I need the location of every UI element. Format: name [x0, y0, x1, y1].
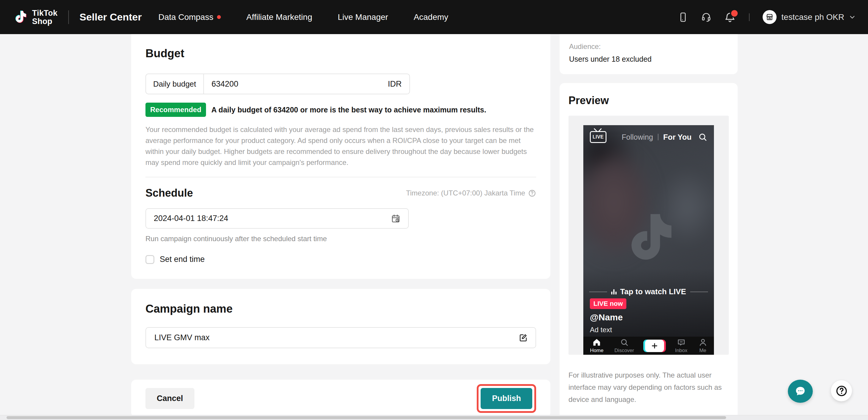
- live-now-badge: LIVE now: [590, 298, 626, 309]
- phone-nav-label: Me: [700, 348, 707, 354]
- tap-to-watch: Tap to watch LIVE: [611, 287, 686, 296]
- recommendation-row: Recommended A daily budget of 634200 or …: [146, 103, 536, 117]
- scrollbar-thumb[interactable]: [6, 416, 726, 419]
- discover-search-icon: [620, 338, 629, 347]
- set-end-time-label: Set end time: [160, 255, 205, 264]
- nav-item-label: Affiliate Marketing: [246, 12, 312, 22]
- profile-icon: [699, 338, 707, 347]
- notification-bell-icon[interactable]: [724, 11, 736, 23]
- horizontal-scrollbar: [0, 415, 868, 420]
- preview-disclaimer: For illustrative purposes only. The actu…: [568, 369, 729, 406]
- calendar-clock-icon: [391, 214, 400, 223]
- nav-item-label: Live Manager: [338, 12, 388, 22]
- schedule-title: Schedule: [146, 187, 193, 199]
- nav-item-live-manager[interactable]: Live Manager: [338, 12, 388, 22]
- phone-preview-container: LIVE Following For You: [568, 116, 729, 355]
- form-actions-bar: Cancel Publish: [131, 380, 550, 417]
- top-navigation-bar: TikTok Shop Seller Center Data Compass A…: [0, 0, 868, 34]
- phone-nav-label: Inbox: [675, 348, 687, 354]
- phone-mockup: LIVE Following For You: [583, 125, 714, 355]
- decor-line: [589, 292, 607, 292]
- budget-currency-label: IDR: [380, 74, 410, 94]
- budget-schedule-card: Budget Daily budget IDR Recommended A da…: [131, 34, 550, 279]
- section-divider: [146, 177, 536, 177]
- set-end-time-row: Set end time: [146, 255, 536, 264]
- timezone-help-icon[interactable]: [528, 189, 536, 197]
- budget-title: Budget: [146, 47, 536, 60]
- budget-amount-input[interactable]: [204, 74, 380, 94]
- tiktok-watermark-icon: [618, 205, 679, 273]
- recommendation-text: A daily budget of 634200 or more is the …: [211, 106, 486, 114]
- tap-to-watch-row: Tap to watch LIVE: [583, 287, 714, 296]
- tap-to-watch-label: Tap to watch LIVE: [620, 287, 686, 296]
- nav-item-affiliate-marketing[interactable]: Affiliate Marketing: [246, 12, 312, 22]
- nav-item-academy[interactable]: Academy: [413, 12, 448, 22]
- phone-nav-discover: Discover: [615, 338, 634, 354]
- phone-nav-inbox: Inbox: [675, 338, 687, 354]
- budget-description: Your recommended budget is calculated wi…: [146, 124, 536, 168]
- ad-username: @Name: [590, 312, 623, 322]
- campaign-form-column: Budget Daily budget IDR Recommended A da…: [131, 34, 550, 417]
- publish-button[interactable]: Publish: [480, 388, 532, 409]
- phone-nav-label: Discover: [615, 348, 634, 354]
- mobile-app-icon[interactable]: [678, 12, 688, 23]
- budget-input-group: Daily budget IDR: [146, 73, 410, 94]
- tiktok-shop-logo[interactable]: TikTok Shop: [12, 9, 58, 26]
- chevron-down-icon: [849, 14, 856, 21]
- chat-bubble-icon: [795, 385, 806, 397]
- budget-type-selector[interactable]: Daily budget: [146, 74, 204, 94]
- campaign-name-card: Campaign name: [131, 289, 550, 364]
- phone-search-icon: [698, 132, 707, 142]
- tab-for-you: For You: [663, 133, 692, 142]
- start-time-value: 2024-04-01 18:47:24: [154, 214, 228, 223]
- brand-text: TikTok Shop: [32, 9, 58, 26]
- notification-dot: [217, 15, 221, 19]
- start-time-picker[interactable]: 2024-04-01 18:47:24: [146, 208, 409, 229]
- recommended-badge: Recommended: [146, 103, 206, 117]
- campaign-name-input[interactable]: [154, 333, 519, 343]
- create-button: [645, 340, 664, 352]
- phone-nav-me: Me: [699, 338, 707, 354]
- audience-card: Audience: Users under 18 excluded: [560, 34, 738, 74]
- account-name: testcase ph OKR: [781, 12, 844, 22]
- support-headset-icon[interactable]: [701, 12, 712, 23]
- timezone-info: Timezone: (UTC+07:00) Jakarta Time: [406, 189, 536, 197]
- schedule-header: Schedule Timezone: (UTC+07:00) Jakarta T…: [146, 187, 536, 199]
- phone-bottom-nav: Home Discover: [583, 337, 714, 355]
- cancel-button[interactable]: Cancel: [146, 388, 194, 409]
- tab-separator: [658, 134, 658, 140]
- question-circle-icon: [835, 384, 848, 397]
- summary-column: Audience: Users under 18 excluded Previe…: [560, 34, 738, 419]
- phone-feed-tabs: Following For You: [622, 133, 691, 142]
- decor-line: [690, 292, 708, 292]
- tiktok-note-icon: [12, 9, 28, 26]
- product-title[interactable]: Seller Center: [80, 11, 142, 23]
- nav-item-data-compass[interactable]: Data Compass: [158, 12, 221, 22]
- seller-center-page: TikTok Shop Seller Center Data Compass A…: [0, 0, 868, 420]
- audience-value: Users under 18 excluded: [569, 55, 728, 63]
- nav-right-cluster: testcase ph OKR: [678, 10, 856, 24]
- brand-line2: Shop: [32, 17, 58, 26]
- phone-nav-home: Home: [590, 338, 603, 354]
- brand-line1: TikTok: [32, 9, 58, 17]
- home-icon: [592, 338, 601, 347]
- timezone-text: Timezone: (UTC+07:00) Jakarta Time: [406, 189, 525, 197]
- phone-top-bar: LIVE Following For You: [583, 125, 714, 149]
- set-end-time-checkbox[interactable]: [146, 255, 154, 264]
- audience-label: Audience:: [569, 42, 728, 51]
- account-menu[interactable]: testcase ph OKR: [763, 10, 856, 24]
- edit-icon[interactable]: [519, 333, 528, 342]
- help-button[interactable]: [831, 380, 852, 401]
- nav-separator: [749, 13, 749, 21]
- preview-card: Preview LIVE: [560, 83, 738, 419]
- nav-item-label: Academy: [413, 12, 448, 22]
- nav-divider: [68, 10, 69, 24]
- schedule-helper-text: Run campaign continuously after the sche…: [146, 235, 536, 243]
- preview-title: Preview: [568, 94, 729, 107]
- annotation-highlight: Publish: [477, 384, 536, 413]
- campaign-name-title: Campaign name: [146, 302, 536, 315]
- store-avatar-icon: [763, 10, 777, 24]
- nav-item-label: Data Compass: [158, 12, 213, 22]
- chat-support-button[interactable]: [788, 380, 813, 403]
- campaign-name-field: [146, 327, 536, 348]
